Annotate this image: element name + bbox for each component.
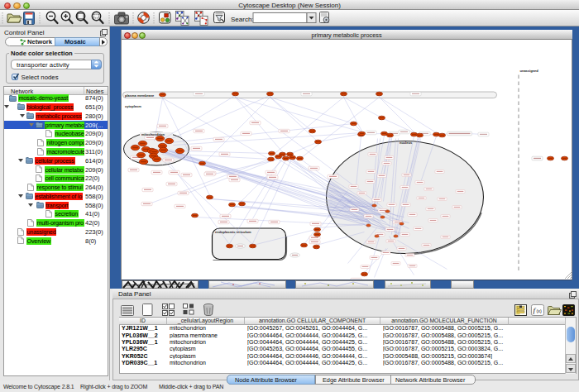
svg-text:nucleus: nucleus bbox=[400, 141, 413, 145]
svg-text:(x): (x) bbox=[537, 308, 543, 313]
svg-text:Search:: Search: bbox=[231, 16, 254, 23]
svg-text:plasma membrane: plasma membrane bbox=[125, 93, 155, 98]
svg-text:endoplasmic reticulum: endoplasmic reticulum bbox=[215, 229, 251, 233]
svg-text:unassigned: unassigned bbox=[519, 69, 538, 73]
svg-text:cytoplasm: cytoplasm bbox=[125, 104, 141, 108]
